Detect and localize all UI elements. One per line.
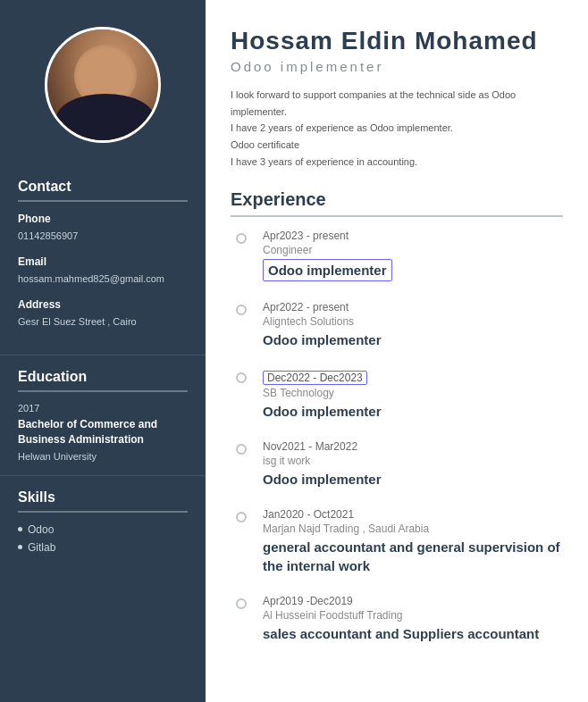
- timeline-dot: [236, 233, 247, 244]
- experience-item-2: Apr2022 - present Aligntech Solutions Od…: [241, 301, 563, 349]
- experience-title: Experience: [231, 189, 563, 217]
- experience-timeline: Apr2023 - present Congineer Odoo impleme…: [241, 230, 563, 643]
- address-value: Gesr El Suez Street , Cairo: [18, 316, 137, 327]
- exp2-role: Odoo implementer: [263, 330, 563, 349]
- experience-item-4: Nov2021 - Mar2022 isg it work Odoo imple…: [241, 440, 563, 489]
- contact-title: Contact: [18, 179, 188, 202]
- timeline-dot: [236, 512, 247, 522]
- skill-gitlab: Gitlab: [18, 541, 188, 554]
- exp5-company: Marjan Najd Trading , Saudi Arabia: [263, 522, 563, 535]
- avatar-image: [47, 27, 158, 143]
- summary-line2: I have 2 years of experience as Odoo imp…: [231, 122, 453, 133]
- exp2-company: Aligntech Solutions: [263, 315, 563, 328]
- experience-item-6: Apr2019 -Dec2019 Al Husseini Foodstuff T…: [241, 595, 563, 643]
- experience-item-3: Dec2022 - Dec2023 SB Technology Odoo imp…: [241, 369, 563, 421]
- email-label: Email: [18, 255, 188, 268]
- address-item: Address Gesr El Suez Street , Cairo: [18, 298, 188, 329]
- exp4-date: Nov2021 - Mar2022: [263, 440, 563, 453]
- skill-odoo-label: Odoo: [28, 523, 54, 536]
- exp6-date: Apr2019 -Dec2019: [263, 595, 563, 607]
- phone-label: Phone: [18, 213, 188, 225]
- exp1-company: Congineer: [263, 244, 563, 256]
- experience-item-1: Apr2023 - present Congineer Odoo impleme…: [241, 230, 563, 281]
- timeline-dot: [236, 598, 247, 609]
- email-item: Email hossam.mahmed825@gmail.com: [18, 255, 188, 286]
- skills-section: Skills Odoo Gitlab: [0, 476, 206, 572]
- exp5-role: general accountant and general supervisi…: [263, 538, 563, 575]
- bullet-icon: [18, 545, 22, 549]
- avatar: [45, 27, 161, 143]
- skill-odoo: Odoo: [18, 523, 188, 536]
- main-content: Hossam Eldin Mohamed Odoo implementer I …: [206, 0, 588, 702]
- exp3-date: Dec2022 - Dec2023: [263, 371, 367, 385]
- exp6-role: sales accountant and Suppliers accountan…: [263, 624, 563, 643]
- edu-year: 2017: [18, 403, 188, 414]
- education-section: Education 2017 Bachelor of Commerce and …: [0, 355, 206, 476]
- edu-university: Helwan University: [18, 451, 188, 462]
- timeline-dot: [236, 444, 247, 455]
- email-value: hossam.mahmed825@gmail.com: [18, 273, 164, 284]
- exp3-company: SB Technology: [263, 387, 563, 399]
- address-label: Address: [18, 298, 188, 311]
- education-title: Education: [18, 369, 188, 392]
- contact-section: Contact Phone 01142856907 Email hossam.m…: [0, 165, 206, 355]
- phone-value: 01142856907: [18, 230, 78, 241]
- timeline-dot: [236, 372, 247, 383]
- person-title: Odoo implementer: [231, 59, 563, 74]
- summary-line3: Odoo certificate: [231, 139, 299, 150]
- exp6-company: Al Husseini Foodstuff Trading: [263, 609, 563, 622]
- exp2-date: Apr2022 - present: [263, 301, 563, 313]
- exp5-date: Jan2020 - Oct2021: [263, 508, 563, 521]
- person-name: Hossam Eldin Mohamed: [231, 27, 563, 55]
- person-summary: I look forward to support companies at t…: [231, 87, 563, 170]
- phone-item: Phone 01142856907: [18, 213, 188, 243]
- sidebar: Contact Phone 01142856907 Email hossam.m…: [0, 0, 206, 702]
- exp1-date: Apr2023 - present: [263, 230, 563, 242]
- skill-gitlab-label: Gitlab: [28, 541, 55, 554]
- summary-line4: I have 3 years of experience in accounti…: [231, 156, 417, 167]
- timeline-dot: [236, 305, 247, 315]
- edu-degree: Bachelor of Commerce and Business Admini…: [18, 417, 188, 447]
- exp1-role: Odoo implementer: [263, 259, 392, 281]
- summary-line1: I look forward to support companies at t…: [231, 89, 516, 117]
- skills-title: Skills: [18, 489, 188, 513]
- bullet-icon: [18, 527, 22, 531]
- exp4-role: Odoo implementer: [263, 470, 563, 489]
- experience-item-5: Jan2020 - Oct2021 Marjan Najd Trading , …: [241, 508, 563, 575]
- avatar-section: [0, 0, 206, 165]
- exp4-company: isg it work: [263, 455, 563, 467]
- exp3-role: Odoo implementer: [263, 402, 563, 421]
- resume-container: Contact Phone 01142856907 Email hossam.m…: [0, 0, 588, 702]
